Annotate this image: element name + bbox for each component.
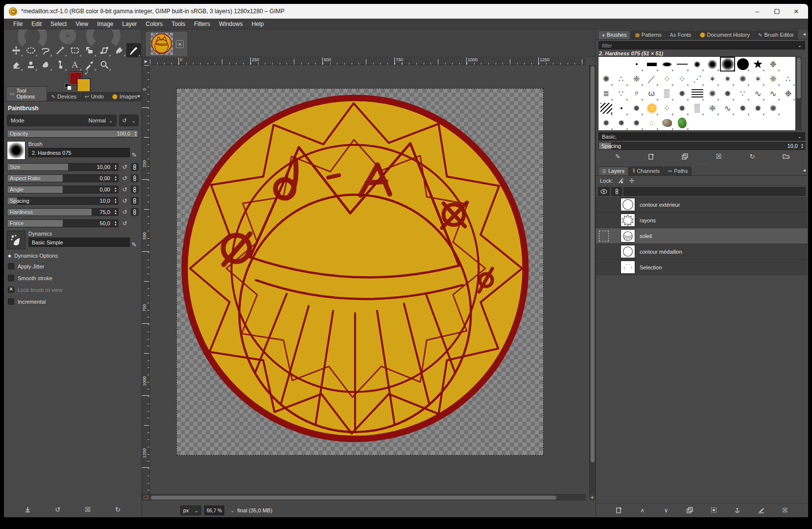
brush-cell[interactable]: ∿ [750,86,765,101]
spin-arrows-icon[interactable]: ▲▼ [114,220,117,226]
save-tool-preset-button[interactable] [24,506,31,513]
aspect-ratio-slider[interactable]: Aspect Ratio 0,00 ▲▼ [7,174,119,182]
lock-position-toggle[interactable] [628,177,635,185]
angle-slider[interactable]: Angle 0,00 ▲▼ [7,186,119,193]
brush-cell[interactable]: ✹ [735,101,750,116]
brush-cell[interactable]: ω [644,86,659,101]
brush-cell[interactable]: ⁘ [674,72,690,86]
menu-layer[interactable]: Layer [118,19,142,29]
mode-dropdown[interactable]: Mode Normal ⌄ [7,115,117,126]
brush-cell[interactable]: ⁘ [659,72,674,86]
new-brush-button[interactable] [647,153,655,160]
brush-cell[interactable]: ▒ [659,86,674,101]
link-column-header[interactable] [611,187,622,196]
brush-cell[interactable]: 〃 [629,86,644,101]
layer-name[interactable]: contour extérieur [640,202,680,208]
brush-cell[interactable] [598,101,614,116]
brush-cell[interactable]: ✺ [765,101,781,116]
brush-cell[interactable] [644,57,659,72]
edit-dynamics-icon[interactable]: ✎ [130,231,139,249]
brush-tag-dropdown[interactable]: Basic, ⌄ [598,132,805,141]
force-slider[interactable]: Force 50,0 ▲▼ [7,219,119,227]
tab-menu-button[interactable]: ◂ [803,31,806,37]
visibility-toggle[interactable] [598,261,610,274]
delete-brush-button[interactable]: ☒ [715,153,722,160]
tool-paintbrush[interactable] [126,43,141,57]
ruler-corner-button[interactable]: ▶ [142,57,150,65]
brush-cell[interactable]: ∴ [614,72,629,86]
raise-layer-button[interactable]: ∧ [639,506,646,514]
brush-cell[interactable]: ✷ [720,72,735,86]
close-button[interactable]: ✕ [787,5,806,18]
visibility-toggle[interactable] [598,214,610,227]
layer-row-rayons[interactable]: rayons [596,213,808,228]
layer-name[interactable]: Selection [640,264,662,270]
swap-colors-icon[interactable]: ⤸ [85,69,88,75]
reset-force-button[interactable]: ↺ [121,220,128,227]
tool-fuzzy-select[interactable] [53,43,68,57]
tool-eraser[interactable] [9,57,24,72]
dock-splitter[interactable]: · · · [596,162,808,166]
menu-view[interactable]: View [71,19,93,29]
brush-filter-input[interactable]: filter ⌄ [598,41,805,49]
brush-cell[interactable]: ✶ [705,72,720,86]
menu-tools[interactable]: Tools [167,19,190,29]
size-slider[interactable]: Size 10,00 ▲▼ [7,163,119,171]
brush-cell[interactable]: ∵ [614,86,629,101]
brush-cell[interactable]: ∵ [735,86,750,101]
layer-row-contour-exterieur[interactable]: contour extérieur [596,197,808,213]
merge-down-button[interactable] [758,506,765,514]
brush-cell[interactable] [614,101,629,116]
refresh-brushes-button[interactable]: ↻ [748,153,756,160]
maximize-button[interactable] [767,5,787,18]
brush-cell[interactable]: ✶ [750,72,765,86]
brush-cell[interactable]: ✺ [735,72,750,86]
brush-thumbnail[interactable] [7,141,25,160]
open-brush-as-image-button[interactable] [782,153,789,160]
mode-switch-box[interactable]: ↺ ⌄ [119,115,139,126]
brush-cell[interactable]: ✹ [674,101,690,116]
tool-handle-transform[interactable] [97,43,112,57]
menu-windows[interactable]: Windows [215,19,247,29]
tool-move[interactable] [9,43,24,57]
smooth-stroke-checkbox[interactable]: Smooth stroke [8,275,139,281]
edit-brush-button[interactable]: ✎ [614,153,621,160]
add-layer-mask-button[interactable] [710,506,717,514]
reset-hardness-button[interactable]: ↺ [121,209,128,216]
brush-cell[interactable]: ❉ [765,57,781,72]
brush-spacing-slider[interactable]: Spacing 10,0 ▲▼ [598,142,805,150]
tool-zoom[interactable] [97,57,112,72]
menu-filters[interactable]: Filters [190,19,215,29]
brush-cell[interactable]: ★ [750,57,765,72]
brush-cell[interactable]: ✸ [614,116,629,130]
horizontal-scrollbar[interactable] [150,494,586,501]
brush-cell[interactable] [659,116,674,130]
menu-select[interactable]: Select [46,19,71,29]
default-colors-icon[interactable] [65,83,72,90]
reset-spacing-button[interactable]: ↺ [121,197,128,205]
spin-arrows-icon[interactable]: ▲▼ [114,164,117,170]
menu-edit[interactable]: Edit [27,19,46,29]
brush-select-input[interactable]: 2. Hardness 075 [28,148,130,157]
canvas-viewport[interactable] [150,65,586,496]
opacity-slider[interactable]: Opacity 100,0 ▲▼ [7,130,139,138]
brush-cell[interactable]: ▒ [690,101,705,116]
tab-paths[interactable]: ✂ Paths [664,167,692,175]
menu-help[interactable]: Help [247,19,268,29]
brush-cell[interactable]: ∴ [781,72,796,86]
brush-cell[interactable]: ／ [644,72,659,86]
duplicate-layer-button[interactable] [686,506,693,514]
quick-mask-toggle[interactable] [142,494,150,501]
tool-clone[interactable] [24,57,38,72]
brush-cell[interactable] [674,57,690,72]
brush-cell[interactable] [735,57,750,72]
dynamics-select-input[interactable]: Basic Simple [28,238,130,247]
tool-bucket-fill[interactable] [112,43,126,57]
brush-cell[interactable]: ∴ [644,116,659,130]
tab-undo[interactable]: ↩ Undo [81,92,108,101]
tool-free-select[interactable] [38,43,53,57]
lock-pixels-toggle[interactable] [617,177,624,185]
brush-cell[interactable] [690,57,705,72]
image-tab[interactable]: ✕ [145,31,188,56]
brush-cell[interactable]: ∿ [765,86,781,101]
